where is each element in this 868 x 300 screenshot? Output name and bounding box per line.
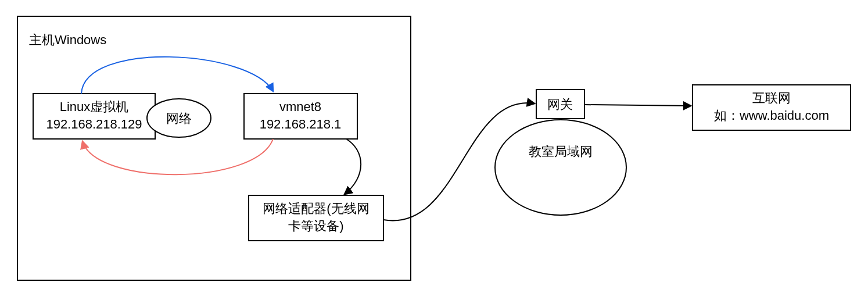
arrow-vmnet-to-adapter: [345, 139, 361, 194]
internet-line2: 如：www.baidu.com: [714, 108, 829, 123]
network-label: 网络: [166, 111, 192, 126]
host-title: 主机Windows: [29, 33, 106, 47]
internet-line1: 互联网: [752, 91, 791, 105]
vmnet8-name: vmnet8: [279, 99, 321, 114]
lan-label: 教室局域网: [529, 144, 593, 159]
lan-ellipse: [495, 120, 626, 215]
network-diagram: 主机Windows Linux虚拟机 192.168.218.129 网络 vm…: [0, 0, 868, 300]
gateway-label: 网关: [547, 97, 573, 112]
linux-vm-name: Linux虚拟机: [60, 99, 129, 114]
adapter-line2: 卡等设备): [288, 219, 343, 233]
vmnet8-ip: 192.168.218.1: [260, 117, 342, 131]
arrow-gateway-to-internet: [584, 105, 691, 106]
arrow-vmnet-to-vm: [83, 139, 273, 174]
arrow-vm-to-vmnet: [81, 57, 273, 94]
adapter-line1: 网络适配器(无线网: [263, 201, 369, 216]
linux-vm-ip: 192.168.218.129: [46, 117, 142, 131]
